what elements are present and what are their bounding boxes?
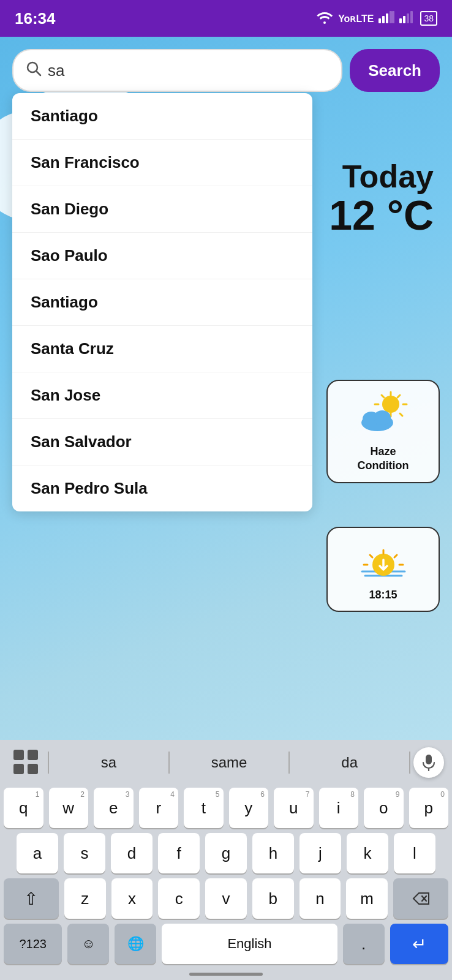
- svg-rect-4: [392, 11, 394, 23]
- key-backspace[interactable]: [393, 878, 448, 919]
- svg-rect-6: [403, 16, 405, 23]
- key-o[interactable]: 9o: [364, 788, 404, 828]
- suggestion-item-3[interactable]: San Diego: [12, 186, 312, 233]
- status-icons: YoʀLTE 38: [316, 10, 437, 27]
- svg-line-25: [370, 555, 372, 557]
- key-g[interactable]: g: [205, 833, 247, 873]
- signal-bars-icon: [379, 11, 394, 26]
- svg-rect-2: [386, 13, 388, 23]
- key-lang[interactable]: 🌐: [115, 924, 156, 964]
- svg-line-14: [382, 395, 384, 398]
- search-icon: [26, 61, 42, 80]
- svg-rect-3: [390, 11, 392, 23]
- microphone-button[interactable]: [410, 747, 447, 778]
- suggestion-item-2[interactable]: San Francisco: [12, 140, 312, 186]
- key-c[interactable]: c: [158, 878, 200, 919]
- weather-card-sunset: 18:15: [326, 527, 440, 612]
- kb-suggestion-2[interactable]: same: [170, 750, 289, 775]
- suggestion-item-6[interactable]: Santa Cruz: [12, 326, 312, 372]
- key-t[interactable]: 5t: [184, 788, 224, 828]
- key-space[interactable]: English: [162, 924, 337, 964]
- svg-rect-8: [410, 11, 413, 23]
- svg-point-20: [374, 410, 391, 425]
- keyboard-row-2: a s d f g h j k l: [0, 831, 452, 876]
- key-z[interactable]: z: [64, 878, 106, 919]
- sunset-time-label: 18:15: [369, 588, 397, 602]
- weather-today-section: Today 12 °C: [329, 159, 434, 236]
- key-p[interactable]: 0p: [409, 788, 449, 828]
- kb-suggestion-3[interactable]: da: [290, 750, 409, 775]
- suggestions-dropdown: Santiago San Francisco San Diego Sao Pau…: [12, 93, 312, 511]
- key-i[interactable]: 8i: [319, 788, 359, 828]
- key-r[interactable]: 4r: [139, 788, 179, 828]
- keyboard-row-3: ⇧ z x c v b n m: [0, 876, 452, 921]
- key-l[interactable]: l: [394, 833, 435, 873]
- keyboard-row-4: ?123 ☺ 🌐 English . ↵: [0, 921, 452, 968]
- keyboard-apps-icon[interactable]: [5, 750, 48, 775]
- suggestion-item-9[interactable]: San Pedro Sula: [12, 466, 312, 511]
- key-b[interactable]: b: [252, 878, 294, 919]
- svg-rect-0: [379, 18, 381, 23]
- keyboard-row-1: 1q 2w 3e 4r 5t 6y 7u 8i 9o 0p: [0, 785, 452, 831]
- key-h[interactable]: h: [252, 833, 294, 873]
- haze-card-label: HazeCondition: [358, 445, 409, 473]
- key-shift[interactable]: ⇧: [4, 878, 59, 919]
- svg-line-15: [400, 413, 402, 416]
- suggestion-item-8[interactable]: San Salvador: [12, 419, 312, 466]
- key-enter[interactable]: ↵: [390, 924, 448, 964]
- svg-rect-31: [426, 755, 432, 764]
- search-input-wrapper[interactable]: [12, 49, 342, 92]
- suggestion-item-7[interactable]: San Jose: [12, 372, 312, 419]
- kb-suggestion-1[interactable]: sa: [49, 750, 168, 775]
- sunset-icon: [359, 538, 408, 583]
- weather-card-haze: HazeCondition: [326, 380, 440, 483]
- signal-bars2-icon: [399, 11, 415, 26]
- search-area: Search: [0, 37, 452, 92]
- svg-rect-7: [407, 13, 409, 23]
- wifi-icon: [316, 10, 333, 27]
- search-button[interactable]: Search: [350, 49, 440, 92]
- lte-icon: YoʀLTE: [338, 13, 374, 24]
- key-y[interactable]: 6y: [229, 788, 269, 828]
- home-indicator-bar: [0, 968, 452, 980]
- suggestion-item-1[interactable]: Santiago: [12, 93, 312, 140]
- keyboard-suggestions-bar: sa same da: [0, 740, 452, 785]
- key-w[interactable]: 2w: [49, 788, 89, 828]
- key-e[interactable]: 3e: [94, 788, 134, 828]
- key-j[interactable]: j: [299, 833, 341, 873]
- key-u[interactable]: 7u: [274, 788, 314, 828]
- svg-line-26: [394, 555, 397, 557]
- svg-rect-5: [399, 18, 402, 23]
- svg-line-30: [36, 71, 40, 75]
- svg-line-16: [397, 395, 400, 398]
- key-s[interactable]: s: [64, 833, 105, 873]
- key-v[interactable]: v: [205, 878, 247, 919]
- key-period[interactable]: .: [343, 924, 385, 964]
- search-input[interactable]: [48, 61, 329, 80]
- svg-rect-1: [382, 16, 385, 23]
- status-bar: 16:34 YoʀLTE: [0, 0, 452, 37]
- status-time: 16:34: [15, 9, 56, 28]
- haze-weather-icon: [359, 391, 408, 440]
- svg-point-9: [382, 396, 399, 413]
- key-symbol[interactable]: ?123: [4, 924, 62, 964]
- temperature-display: 12 °C: [329, 194, 434, 236]
- suggestion-item-5[interactable]: Santiago: [12, 279, 312, 326]
- key-n[interactable]: n: [299, 878, 341, 919]
- key-x[interactable]: x: [111, 878, 153, 919]
- keyboard: sa same da 1q 2w 3e 4r 5t 6y 7u 8i 9o 0p: [0, 740, 452, 980]
- key-q[interactable]: 1q: [4, 788, 43, 828]
- key-k[interactable]: k: [347, 833, 388, 873]
- key-f[interactable]: f: [158, 833, 200, 873]
- suggestion-item-4[interactable]: Sao Paulo: [12, 233, 312, 279]
- key-d[interactable]: d: [111, 833, 153, 873]
- key-emoji[interactable]: ☺: [67, 924, 109, 964]
- home-indicator: [189, 973, 263, 976]
- key-m[interactable]: m: [346, 878, 388, 919]
- key-a[interactable]: a: [17, 833, 58, 873]
- battery-icon: 38: [420, 11, 437, 26]
- today-label: Today: [329, 159, 434, 194]
